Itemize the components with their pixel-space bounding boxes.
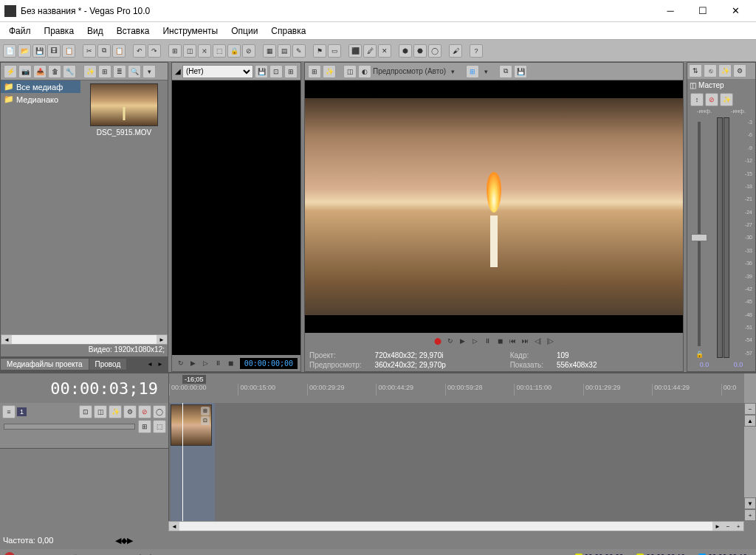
trimmer-playall-icon[interactable]: ▷: [200, 358, 211, 369]
trimmer-loop-icon[interactable]: ↻: [175, 358, 186, 369]
master-b4-icon[interactable]: ⚙: [733, 64, 746, 77]
media-del-icon[interactable]: 🗑: [48, 65, 61, 78]
media-import-icon[interactable]: ⚡: [4, 65, 17, 78]
go-end-icon[interactable]: ⏭: [520, 336, 531, 347]
tab-explorer[interactable]: Провод: [89, 359, 127, 370]
media-prop-icon[interactable]: 🔧: [63, 65, 76, 78]
video-clip[interactable]: ⊞ ⊡: [171, 404, 212, 446]
menu-view[interactable]: Вид: [81, 24, 109, 38]
trimmer-play-icon[interactable]: ▶: [188, 358, 199, 369]
autoripp-icon[interactable]: ⬚: [213, 44, 226, 58]
trimmer-ext-icon[interactable]: ⊞: [284, 65, 298, 78]
fx3-icon[interactable]: ◯: [428, 44, 441, 58]
status-sellen[interactable]: 00:00:03;19: [694, 552, 752, 556]
timeline-hscroll[interactable]: ◄►−+: [168, 521, 744, 531]
trimmer-dropdown[interactable]: (Нет): [182, 65, 253, 78]
open-icon[interactable]: 📂: [18, 44, 31, 58]
track-b6-icon[interactable]: ◯: [153, 405, 166, 418]
go-start-icon[interactable]: ⏮: [507, 336, 518, 347]
redo-icon[interactable]: ↷: [148, 44, 161, 58]
track-motion-icon[interactable]: ⬚: [153, 420, 166, 433]
tool3-icon[interactable]: ✎: [292, 44, 306, 58]
preview-fx-icon[interactable]: ✨: [323, 65, 336, 78]
marker-icon[interactable]: ⚑: [313, 44, 326, 58]
edit1-icon[interactable]: ⬛: [348, 44, 362, 58]
media-lvw-icon[interactable]: ≣: [113, 65, 126, 78]
sb-next-icon[interactable]: |▷: [148, 552, 159, 556]
status-selend[interactable]: 00:00:03;19: [632, 552, 690, 556]
preview-split-icon[interactable]: ◫: [343, 65, 357, 78]
clip-pan-icon[interactable]: ⊡: [201, 416, 210, 425]
brush-icon[interactable]: 🖌: [449, 44, 462, 58]
master-c3-icon[interactable]: ✨: [720, 93, 733, 106]
tabs-scroll-left[interactable]: ◄: [147, 361, 157, 368]
clip-fx-icon[interactable]: ⊞: [201, 407, 210, 416]
region-icon[interactable]: ▭: [328, 44, 341, 58]
tree-media-bins[interactable]: 📁Медианако: [1, 93, 80, 106]
track-compmode-icon[interactable]: ⊞: [138, 420, 151, 433]
preview-quality-label[interactable]: Предпросмотр (Авто): [373, 67, 446, 75]
minimize-button[interactable]: ─: [654, 1, 687, 21]
record-button[interactable]: [4, 552, 15, 555]
close-button[interactable]: ✕: [719, 1, 752, 21]
trimmer-save-icon[interactable]: 💾: [255, 65, 268, 78]
tabs-scroll-right[interactable]: ►: [157, 361, 168, 368]
cut-icon[interactable]: ✂: [83, 44, 96, 58]
media-sort-icon[interactable]: ▾: [142, 65, 156, 78]
menu-file[interactable]: Файл: [3, 24, 37, 38]
snap-icon[interactable]: ⊞: [168, 44, 182, 58]
master-fader[interactable]: [698, 122, 701, 346]
video-track-header[interactable]: ≡ 1 ⊡ ◫ ✨ ⚙ ⊘ ◯ ⊞ ⬚: [0, 403, 168, 449]
scrub-control[interactable]: ◀◆▶: [115, 536, 133, 545]
edit2-icon[interactable]: 🖉: [363, 44, 377, 58]
next-frame-icon[interactable]: |▷: [545, 336, 556, 347]
prev-frame-icon[interactable]: ◁|: [532, 336, 543, 347]
preview-ext-icon[interactable]: ⊞: [308, 65, 321, 78]
undo-icon[interactable]: ↶: [133, 44, 146, 58]
render-icon[interactable]: 🎞: [47, 44, 61, 58]
track-b3-icon[interactable]: ✨: [109, 405, 122, 418]
track-b4-icon[interactable]: ⚙: [123, 405, 137, 418]
menu-edit[interactable]: Правка: [38, 24, 80, 38]
sb-loop-icon[interactable]: ↻: [24, 552, 35, 556]
track-b1-icon[interactable]: ⊡: [79, 405, 92, 418]
sb-start-icon[interactable]: ⏮: [101, 552, 112, 556]
menu-help[interactable]: Справка: [265, 24, 312, 38]
master-c1-icon[interactable]: ↕: [690, 93, 704, 106]
track-b5-icon[interactable]: ⊘: [138, 405, 151, 418]
sb-stop-icon[interactable]: ◼: [86, 552, 97, 556]
preview-dd2-icon[interactable]: ▾: [481, 66, 492, 77]
preview-copy-icon[interactable]: ⧉: [499, 65, 512, 78]
maximize-button[interactable]: ☐: [687, 1, 719, 21]
trimmer-x-icon[interactable]: ⊡: [269, 65, 283, 78]
fx2-icon[interactable]: ⬣: [413, 44, 427, 58]
trimmer-pause-icon[interactable]: ⏸: [213, 358, 224, 369]
track-b2-icon[interactable]: ◫: [94, 405, 107, 418]
cursor-marker[interactable]: -16;05: [182, 375, 206, 384]
media-tvw-icon[interactable]: ⊞: [98, 65, 111, 78]
loop-icon[interactable]: ↻: [444, 336, 456, 347]
fx1-icon[interactable]: ⬢: [399, 44, 412, 58]
timeline-ruler[interactable]: -16;05 00:00:00:00 00:00:15:00 00:00:29:…: [168, 373, 744, 403]
menu-options[interactable]: Опции: [225, 24, 264, 38]
play-start-icon[interactable]: ▶: [457, 336, 468, 347]
media-cap-icon[interactable]: 📷: [18, 65, 32, 78]
media-srch-icon[interactable]: 🔍: [128, 65, 141, 78]
tool1-icon[interactable]: ▦: [263, 44, 276, 58]
sb-prev-icon[interactable]: ◁|: [132, 552, 143, 556]
track-level-slider[interactable]: [4, 424, 135, 430]
paste-icon[interactable]: 📋: [112, 44, 126, 58]
stop-icon[interactable]: ◼: [495, 336, 506, 347]
pause-icon[interactable]: ⏸: [482, 336, 493, 347]
media-thumbnail[interactable]: [90, 83, 158, 126]
sb-end-icon[interactable]: ⏭: [117, 552, 128, 556]
help-icon[interactable]: ?: [470, 44, 483, 58]
status-selstart[interactable]: 00:00:00;00: [571, 552, 628, 556]
sb-play-icon[interactable]: ▷: [55, 552, 66, 556]
ripple-icon[interactable]: ◫: [183, 44, 196, 58]
media-fx-icon[interactable]: ✨: [83, 65, 97, 78]
edit3-icon[interactable]: ✕: [378, 44, 391, 58]
tracks-content[interactable]: ⊞ ⊡: [168, 403, 744, 521]
master-b2-icon[interactable]: ⎋: [704, 64, 717, 77]
preview-dd-icon[interactable]: ▾: [447, 66, 458, 77]
